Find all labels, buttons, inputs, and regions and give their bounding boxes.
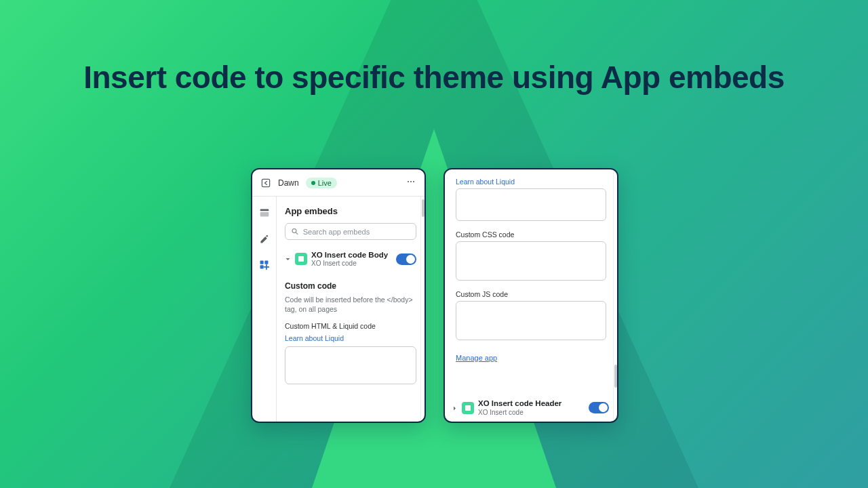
svg-rect-10 <box>264 260 268 264</box>
html-liquid-label: Custom HTML & Liquid code <box>285 322 416 330</box>
app-logo-icon <box>462 402 474 414</box>
theme-settings-icon[interactable] <box>258 232 271 245</box>
editor-left-rail <box>252 197 277 422</box>
live-badge: Live <box>306 178 337 188</box>
chevron-down-icon[interactable] <box>285 253 291 265</box>
learn-liquid-link[interactable]: Learn about Liquid <box>285 334 344 342</box>
custom-code-heading: Custom code <box>285 281 416 291</box>
embed-row-body[interactable]: XO Insert code Body XO Insert code <box>285 249 416 274</box>
app-embeds-title: App embeds <box>285 206 416 216</box>
svg-point-4 <box>410 181 412 182</box>
search-icon <box>291 227 299 236</box>
html-liquid-textarea[interactable] <box>285 346 416 384</box>
manage-app-link[interactable]: Manage app <box>456 354 497 362</box>
scrollbar[interactable] <box>420 197 425 422</box>
right-screenshot: Learn about Liquid Custom CSS code Custo… <box>443 168 618 423</box>
svg-point-5 <box>413 181 414 182</box>
search-input-wrap[interactable] <box>285 223 416 240</box>
scrollbar[interactable] <box>613 169 617 422</box>
embed-title: XO Insert code Body <box>311 251 388 260</box>
custom-code-description: Code will be inserted before the </body>… <box>285 295 416 314</box>
css-label: Custom CSS code <box>456 230 606 239</box>
more-icon[interactable] <box>406 176 416 189</box>
embed-row-header[interactable]: XO Insert code Header XO Insert code <box>452 399 609 416</box>
chevron-right-icon[interactable] <box>452 402 458 414</box>
editor-topbar: Dawn Live <box>252 169 425 197</box>
page-headline: Insert code to specific theme using App … <box>0 61 868 95</box>
svg-point-3 <box>408 181 409 182</box>
toggle-switch[interactable] <box>589 402 609 413</box>
html-liquid-textarea[interactable] <box>456 188 606 221</box>
svg-rect-11 <box>260 265 264 268</box>
svg-point-8 <box>266 235 268 237</box>
search-input[interactable] <box>303 228 410 236</box>
svg-point-12 <box>292 229 296 233</box>
left-screenshot: Dawn Live App embeds <box>251 168 426 423</box>
svg-rect-7 <box>260 212 269 216</box>
js-textarea[interactable] <box>456 301 606 340</box>
embed-title: XO Insert code Header <box>478 399 561 408</box>
exit-icon[interactable] <box>260 178 271 188</box>
theme-name: Dawn <box>278 178 299 188</box>
embed-subtitle: XO Insert code <box>311 260 388 268</box>
svg-rect-6 <box>260 209 269 211</box>
js-label: Custom JS code <box>456 290 606 298</box>
css-textarea[interactable] <box>456 241 606 281</box>
sections-icon[interactable] <box>258 206 271 220</box>
app-embeds-icon[interactable] <box>258 258 271 271</box>
learn-liquid-link[interactable]: Learn about Liquid <box>456 178 515 186</box>
toggle-switch[interactable] <box>396 253 416 265</box>
svg-rect-9 <box>260 260 264 264</box>
embed-subtitle: XO Insert code <box>478 409 561 417</box>
svg-rect-2 <box>262 179 269 186</box>
app-logo-icon <box>295 253 307 265</box>
